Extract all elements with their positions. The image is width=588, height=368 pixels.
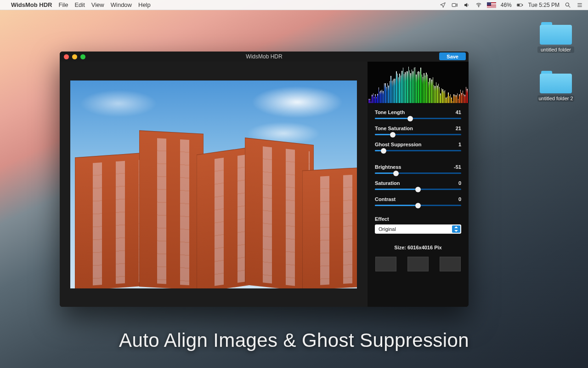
- slider-value: 0: [458, 196, 461, 202]
- menubar-app-name[interactable]: WidsMob HDR: [11, 1, 52, 8]
- window-zoom-button[interactable]: [80, 54, 85, 59]
- menubar-clock[interactable]: Tue 5:25 PM: [528, 2, 560, 8]
- svg-line-6: [569, 6, 571, 7]
- preview-image: [70, 80, 357, 288]
- menu-window[interactable]: Window: [111, 1, 132, 8]
- battery-icon[interactable]: [516, 1, 524, 9]
- thumbnail-bright[interactable]: [375, 257, 396, 271]
- slider-label: Saturation: [375, 180, 400, 186]
- slider-label: Ghost Suppression: [375, 142, 421, 147]
- slider-brightness[interactable]: Brightness-51: [375, 164, 461, 174]
- slider-tone-saturation[interactable]: Tone Saturation21: [375, 126, 461, 135]
- menu-view[interactable]: View: [91, 1, 104, 8]
- slider-saturation[interactable]: Saturation0: [375, 180, 461, 190]
- slider-label: Tone Saturation: [375, 126, 413, 131]
- spotlight-icon[interactable]: [564, 1, 571, 9]
- thumbnail-dark[interactable]: [440, 257, 461, 271]
- adjustments-panel: Tone Length41 Tone Saturation21 Ghost Su…: [368, 62, 469, 307]
- slider-value: 0: [458, 180, 461, 186]
- slider-value: 21: [456, 126, 461, 131]
- svg-rect-0: [452, 3, 456, 6]
- screen-record-icon[interactable]: [451, 1, 458, 9]
- effect-label: Effect: [375, 216, 461, 222]
- slider-value: 41: [456, 109, 461, 115]
- slider-label: Tone Length: [375, 109, 405, 115]
- menubar: WidsMob HDR File Edit View Window Help 4…: [0, 0, 588, 10]
- slider-value: -51: [454, 164, 461, 170]
- folder-label: untitled folder: [537, 46, 574, 53]
- window-title: WidsMob HDR: [60, 53, 469, 60]
- menu-help[interactable]: Help: [138, 1, 151, 8]
- histogram: [368, 62, 469, 103]
- save-button[interactable]: Save: [439, 52, 466, 60]
- slider-contrast[interactable]: Contrast0: [375, 196, 461, 206]
- menu-file[interactable]: File: [58, 1, 68, 8]
- app-window: WidsMob HDR Save Tone Length41: [60, 52, 469, 307]
- folder-icon: [540, 19, 572, 45]
- image-canvas[interactable]: [60, 62, 368, 307]
- slider-label: Contrast: [375, 196, 396, 202]
- slider-tone-length[interactable]: Tone Length41: [375, 109, 461, 119]
- svg-rect-4: [517, 4, 519, 6]
- window-titlebar[interactable]: WidsMob HDR Save: [60, 52, 469, 62]
- slider-ghost-suppression[interactable]: Ghost Suppression1: [375, 142, 461, 151]
- volume-icon[interactable]: [463, 1, 470, 9]
- effect-selected: Original: [379, 226, 396, 232]
- location-arrow-icon[interactable]: [439, 1, 447, 9]
- window-minimize-button[interactable]: [72, 54, 77, 59]
- image-size-readout: Size: 6016x4016 Pix: [368, 237, 469, 255]
- folder-label: untitled folder 2: [537, 95, 574, 102]
- notification-center-icon[interactable]: [576, 1, 583, 9]
- exposure-thumbnails: [368, 255, 469, 277]
- svg-point-1: [478, 6, 479, 7]
- marketing-caption: Auto Align Images & Ghost Suppression: [0, 329, 588, 351]
- desktop-folder[interactable]: untitled folder 2: [537, 68, 574, 102]
- input-source-us-icon[interactable]: [487, 2, 496, 8]
- desktop-folder[interactable]: untitled folder: [537, 19, 574, 53]
- svg-point-5: [565, 3, 569, 6]
- menu-edit[interactable]: Edit: [74, 1, 85, 8]
- slider-value: 1: [458, 142, 461, 147]
- folder-icon: [540, 68, 572, 93]
- thumbnail-mid[interactable]: [407, 257, 429, 271]
- chevron-updown-icon: [452, 225, 460, 233]
- window-close-button[interactable]: [64, 54, 69, 59]
- wifi-icon[interactable]: [475, 1, 482, 9]
- battery-percent: 46%: [501, 2, 512, 8]
- effect-select[interactable]: Original: [375, 224, 461, 234]
- svg-rect-3: [522, 4, 523, 5]
- slider-label: Brightness: [375, 164, 401, 170]
